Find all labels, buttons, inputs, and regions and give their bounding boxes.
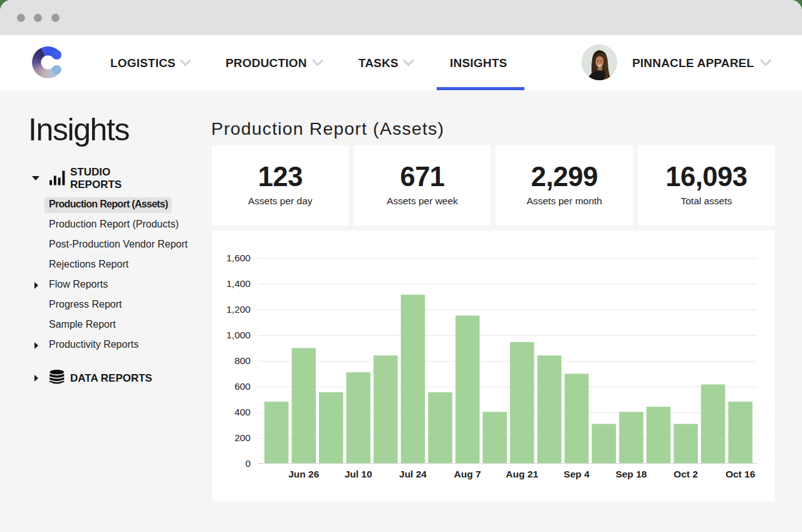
svg-text:1,000: 1,000 — [226, 330, 251, 340]
svg-text:Sep 4: Sep 4 — [564, 469, 590, 479]
svg-text:0: 0 — [245, 458, 251, 469]
svg-text:Aug 21: Aug 21 — [506, 469, 538, 479]
svg-text:200: 200 — [234, 432, 251, 443]
svg-text:Jul 10: Jul 10 — [345, 469, 372, 479]
svg-text:Oct 2: Oct 2 — [674, 469, 698, 479]
svg-text:Jul 24: Jul 24 — [399, 469, 427, 479]
svg-text:600: 600 — [234, 381, 251, 392]
svg-text:Oct 16: Oct 16 — [726, 469, 756, 479]
svg-text:800: 800 — [234, 355, 251, 366]
svg-text:1,600: 1,600 — [226, 253, 251, 263]
svg-text:Aug 7: Aug 7 — [454, 469, 481, 479]
svg-text:Jun 26: Jun 26 — [288, 469, 319, 479]
svg-text:1,200: 1,200 — [226, 304, 251, 315]
svg-text:400: 400 — [234, 407, 251, 417]
svg-text:Sep 18: Sep 18 — [615, 469, 647, 479]
svg-text:1,400: 1,400 — [226, 278, 251, 289]
